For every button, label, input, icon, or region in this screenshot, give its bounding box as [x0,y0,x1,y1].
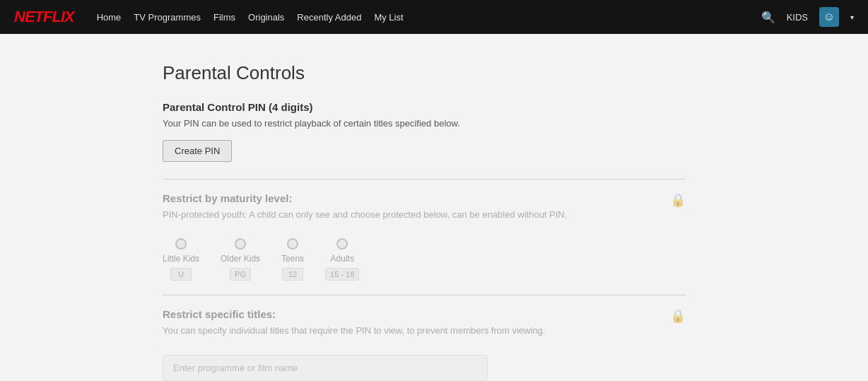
lock-icon-maturity: 🔒 [670,192,686,208]
avatar[interactable]: ☺ [819,7,839,27]
maturity-badge-adults: 15 - 18 [325,268,359,281]
maturity-option-older-kids: Older Kids PG [221,238,260,281]
maturity-badge-teens: 12 [282,268,303,281]
maturity-label-little-kids: Little Kids [163,254,199,264]
search-icon[interactable]: 🔍 [761,11,775,24]
maturity-label-older-kids: Older Kids [221,254,260,264]
pin-section-description: Your PIN can be used to restrict playbac… [163,117,686,130]
maturity-option-teens: Teens 12 [281,238,304,281]
nav-recently-added[interactable]: Recently Added [297,12,361,23]
nav-home[interactable]: Home [97,12,122,23]
create-pin-button[interactable]: Create PIN [163,140,232,162]
radio-adults [336,238,348,250]
nav-films[interactable]: Films [213,12,235,23]
maturity-badge-little-kids: U [170,268,192,281]
radio-teens [287,238,298,250]
radio-little-kids [175,238,187,250]
pin-section: Parental Control PIN (4 digits) Your PIN… [163,101,686,162]
navbar: NETFLIX Home TV Programmes Films Origina… [0,0,868,34]
titles-section: Restrict specific titles: You can specif… [163,308,686,380]
kids-label[interactable]: KIDS [787,12,808,23]
maturity-option-adults: Adults 15 - 18 [325,238,359,281]
titles-section-title: Restrict specific titles: [163,308,545,320]
maturity-section: Restrict by maturity level: PIN-protecte… [163,192,686,281]
nav-my-list[interactable]: My List [374,12,403,23]
chevron-down-icon[interactable]: ▾ [850,13,854,21]
netflix-logo[interactable]: NETFLIX [14,8,74,26]
divider-1 [163,179,686,180]
nav-links: Home TV Programmes Films Originals Recen… [97,11,404,23]
maturity-badge-older-kids: PG [230,268,251,281]
nav-originals[interactable]: Originals [248,12,284,23]
maturity-label-adults: Adults [331,254,354,264]
titles-section-description: You can specify individual titles that r… [163,324,545,337]
pin-section-title: Parental Control PIN (4 digits) [163,101,686,113]
divider-2 [163,295,686,295]
lock-icon-titles: 🔒 [670,308,686,324]
maturity-label-teens: Teens [281,254,304,264]
nav-tv-programmes[interactable]: TV Programmes [134,12,201,23]
maturity-section-title: Restrict by maturity level: [163,192,567,204]
radio-older-kids [235,238,246,250]
parental-controls-container: Parental Controls Parental Control PIN (… [163,62,686,381]
maturity-section-description: PIN-protected youth: A child can only se… [163,209,567,221]
main-content: Parental Controls Parental Control PIN (… [0,34,868,381]
page-title: Parental Controls [163,62,686,84]
maturity-options: Little Kids U Older Kids PG Teens 12 Adu… [163,238,686,281]
avatar-icon: ☺ [823,11,835,23]
title-search-input[interactable] [163,355,488,381]
maturity-option-little-kids: Little Kids U [163,238,199,281]
nav-right: 🔍 KIDS ☺ ▾ [761,7,854,27]
